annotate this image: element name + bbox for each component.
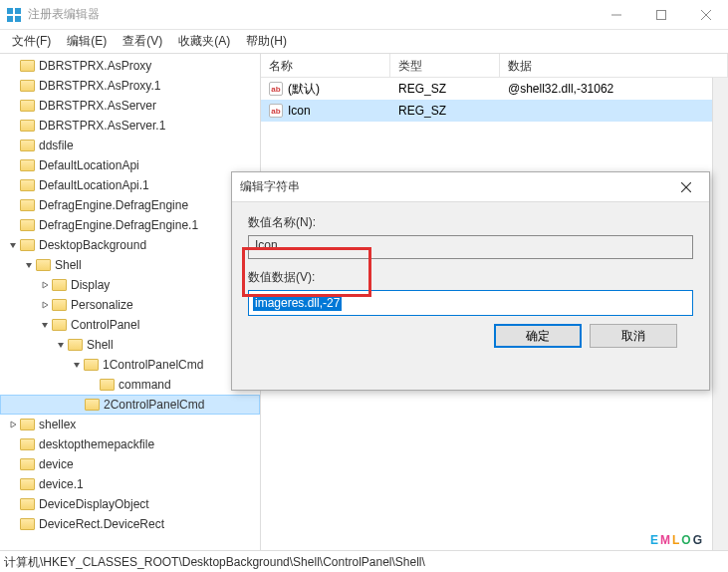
string-value-icon: ab (269, 82, 283, 96)
folder-icon (20, 438, 35, 450)
dialog-titlebar[interactable]: 编辑字符串 (232, 172, 709, 202)
tree-item-label: Display (71, 278, 110, 292)
value-data-label: 数值数据(V): (248, 269, 693, 286)
chevron-down-icon[interactable] (38, 321, 52, 329)
folder-icon (20, 80, 35, 92)
tree-item[interactable]: DBRSTPRX.AsServer (0, 96, 260, 116)
tree-item[interactable]: Shell (0, 255, 260, 275)
tree-item-label: 2ControlPanelCmd (104, 398, 204, 412)
tree-item-label: DBRSTPRX.AsServer (39, 99, 156, 113)
cell-name: abIcon (261, 102, 390, 120)
tree-item-label: DBRSTPRX.AsServer.1 (39, 119, 165, 133)
folder-icon (20, 419, 35, 430)
tree-item-label: desktopthemepackfile (39, 437, 154, 451)
col-header-data[interactable]: 数据 (500, 54, 728, 77)
folder-icon (20, 60, 35, 72)
tree-item-label: DefaultLocationApi.1 (39, 178, 149, 192)
tree-item[interactable]: 2ControlPanelCmd (0, 395, 260, 415)
list-scrollbar[interactable] (712, 78, 728, 550)
tree-item[interactable]: desktopthemepackfile (0, 434, 260, 454)
tree-item[interactable]: shellex (0, 415, 260, 434)
tree-item[interactable]: ControlPanel (0, 315, 260, 335)
tree-item-label: DBRSTPRX.AsProxy (39, 59, 151, 73)
col-header-type[interactable]: 类型 (390, 54, 500, 77)
tree-item[interactable]: device.1 (0, 474, 260, 494)
tree-item-label: DefaultLocationApi (39, 158, 139, 172)
menu-view[interactable]: 查看(V) (115, 30, 170, 53)
chevron-right-icon[interactable] (38, 301, 52, 309)
tree-item[interactable]: ddsfile (0, 136, 260, 155)
value-data-field[interactable]: imageres.dll,-27 (248, 290, 693, 316)
tree-item[interactable]: DefragEngine.DefragEngine (0, 195, 260, 215)
tree-item-label: ControlPanel (71, 318, 139, 332)
cell-type: REG_SZ (390, 80, 500, 98)
folder-icon (85, 399, 100, 411)
tree-item-label: 1ControlPanelCmd (103, 358, 203, 372)
tree-item[interactable]: DefragEngine.DefragEngine.1 (0, 215, 260, 235)
tree-item[interactable]: Display (0, 275, 260, 295)
tree-item[interactable]: DefaultLocationApi.1 (0, 175, 260, 195)
tree-item-label: command (119, 378, 171, 392)
cell-type: REG_SZ (390, 102, 500, 120)
tree-item[interactable]: DefaultLocationApi (0, 155, 260, 175)
tree-item[interactable]: DeviceRect.DeviceRect (0, 514, 260, 534)
tree-item-label: Shell (87, 338, 114, 352)
tree-panel[interactable]: DBRSTPRX.AsProxyDBRSTPRX.AsProxy.1DBRSTP… (0, 54, 261, 550)
tree-item[interactable]: Personalize (0, 295, 260, 315)
minimize-button[interactable] (594, 0, 638, 30)
list-row[interactable]: abIconREG_SZ (261, 100, 728, 122)
tree-item-label: device (39, 457, 74, 471)
tree-item[interactable]: DBRSTPRX.AsProxy (0, 56, 260, 76)
chevron-right-icon[interactable] (6, 421, 20, 429)
dialog-title: 编辑字符串 (240, 178, 671, 195)
tree-item-label: DBRSTPRX.AsProxy.1 (39, 79, 160, 93)
chevron-down-icon[interactable] (70, 361, 84, 369)
titlebar: 注册表编辑器 (0, 0, 728, 30)
tree-item-label: DefragEngine.DefragEngine (39, 198, 188, 212)
folder-icon (20, 458, 35, 470)
tree-item[interactable]: DBRSTPRX.AsProxy.1 (0, 76, 260, 96)
ok-button[interactable]: 确定 (494, 324, 582, 348)
tree-item-label: device.1 (39, 477, 84, 491)
tree-item[interactable]: DBRSTPRX.AsServer.1 (0, 116, 260, 136)
maximize-button[interactable] (638, 0, 683, 30)
folder-icon (20, 199, 35, 211)
folder-icon (20, 239, 35, 251)
menu-help[interactable]: 帮助(H) (238, 30, 295, 53)
folder-icon (20, 179, 35, 191)
menubar: 文件(F) 编辑(E) 查看(V) 收藏夹(A) 帮助(H) (0, 30, 728, 54)
folder-icon (20, 478, 35, 490)
list-header: 名称 类型 数据 (261, 54, 728, 78)
list-row[interactable]: ab(默认)REG_SZ@shell32.dll,-31062 (261, 78, 728, 100)
col-header-name[interactable]: 名称 (261, 54, 390, 77)
value-name-field[interactable]: Icon (248, 235, 693, 259)
chevron-down-icon[interactable] (54, 341, 68, 349)
close-button[interactable] (683, 0, 728, 30)
cell-name: ab(默认) (261, 79, 390, 100)
menu-edit[interactable]: 编辑(E) (59, 30, 115, 53)
tree-item[interactable]: device (0, 454, 260, 474)
svg-rect-2 (7, 16, 13, 22)
window-title: 注册表编辑器 (28, 6, 594, 23)
chevron-down-icon[interactable] (6, 241, 20, 249)
statusbar: 计算机\HKEY_CLASSES_ROOT\DesktopBackground\… (0, 550, 728, 572)
tree-item[interactable]: Shell (0, 335, 260, 355)
list-rows: ab(默认)REG_SZ@shell32.dll,-31062abIconREG… (261, 78, 728, 122)
cancel-button[interactable]: 取消 (590, 324, 677, 348)
dialog-close-button[interactable] (671, 173, 701, 201)
cell-data (500, 109, 728, 113)
svg-rect-1 (15, 8, 21, 14)
tree-item[interactable]: DeviceDisplayObject (0, 494, 260, 514)
folder-icon (20, 140, 35, 151)
tree-item[interactable]: 1ControlPanelCmd (0, 355, 260, 375)
folder-icon (20, 120, 35, 132)
tree-item[interactable]: DesktopBackground (0, 235, 260, 255)
folder-icon (68, 339, 83, 351)
menu-file[interactable]: 文件(F) (4, 30, 59, 53)
chevron-right-icon[interactable] (38, 281, 52, 289)
tree-item-label: ddsfile (39, 139, 74, 152)
menu-favorites[interactable]: 收藏夹(A) (170, 30, 238, 53)
chevron-down-icon[interactable] (22, 261, 36, 269)
tree-item[interactable]: command (0, 375, 260, 395)
value-name-label: 数值名称(N): (248, 214, 693, 231)
